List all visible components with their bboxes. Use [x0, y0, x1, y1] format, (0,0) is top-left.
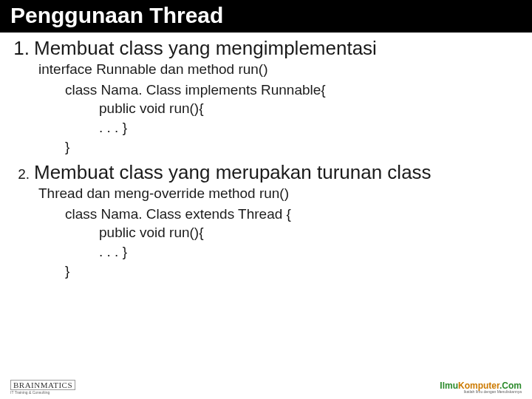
list-number-1: 1. — [7, 37, 34, 60]
slide-body: 1. Membuat class yang mengimplementasi i… — [0, 33, 532, 280]
ik-subtext: Ikatlah Ilmu dengan Menuliskannya — [464, 390, 522, 394]
item1-code-line1: class Nama. Class implements Runnable{ — [7, 81, 525, 100]
ik-ilmu: Ilmu — [440, 381, 458, 391]
item2-heading: Membuat class yang merupakan turunan cla… — [34, 162, 432, 184]
item2-code-line4: } — [7, 262, 525, 281]
item1-code-line3: . . . } — [7, 118, 525, 137]
item2-code-line1: class Nama. Class extends Thread { — [7, 205, 525, 224]
item1-heading: Membuat class yang mengimplementasi — [34, 38, 377, 60]
slide-title: Penggunaan Thread — [0, 0, 532, 33]
item2-subtext: Thread dan meng-override method run() — [7, 184, 525, 203]
item1-subtext: interface Runnable dan method run() — [7, 60, 525, 79]
logo-brainmatics: BRAINMATICS IT Training & Consulting — [10, 380, 75, 395]
item1-code-line2: public void run(){ — [7, 99, 525, 118]
brainmatics-subtext: IT Training & Consulting — [10, 390, 50, 395]
slide-footer: BRAINMATICS IT Training & Consulting Ilm… — [0, 380, 532, 395]
logo-ilmukomputer: IlmuKomputer.Com Ikatlah Ilmu dengan Men… — [440, 381, 522, 394]
brainmatics-text: BRAINMATICS — [10, 380, 75, 390]
item1-code-line4: } — [7, 137, 525, 157]
item2-code-line3: . . . } — [7, 242, 525, 262]
item2-code-line2: public void run(){ — [7, 223, 525, 242]
list-number-2: 2. — [7, 166, 34, 183]
